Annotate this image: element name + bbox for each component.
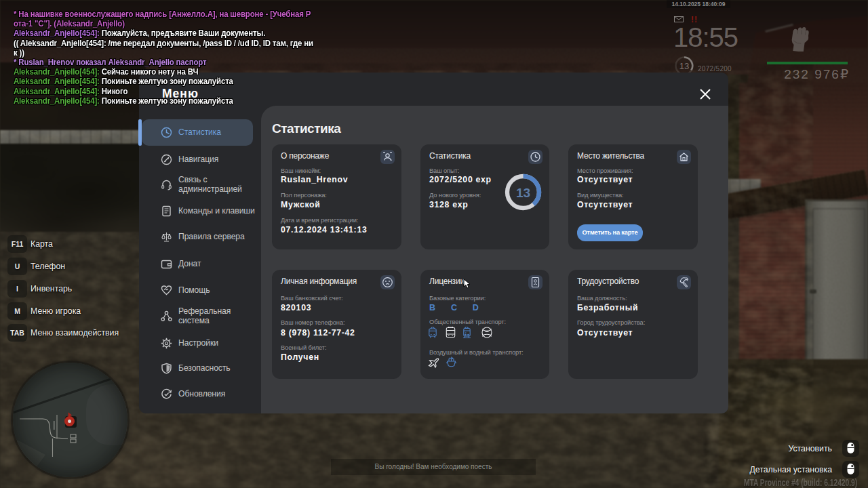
svg-text:13: 13 [516,186,530,200]
